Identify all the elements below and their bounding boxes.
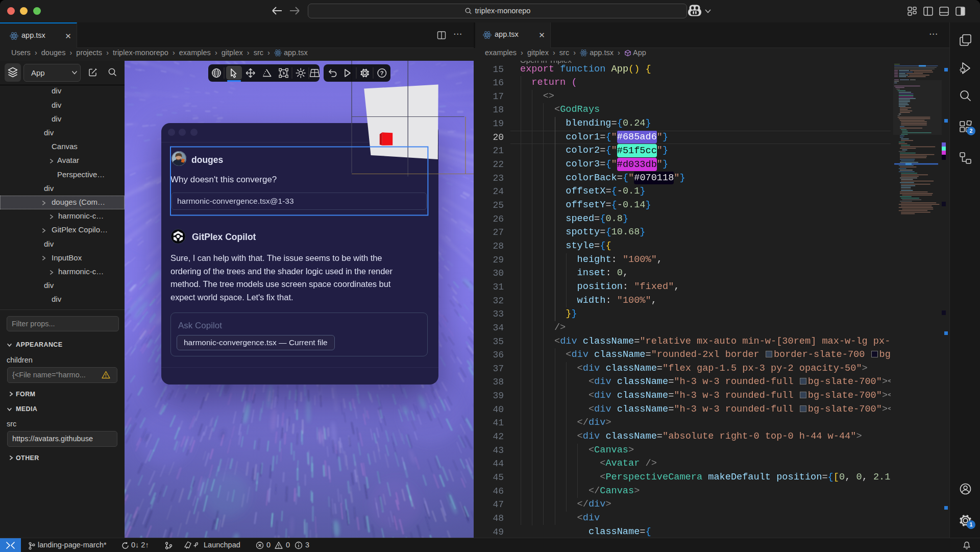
svg-text:?: ? <box>380 70 384 76</box>
